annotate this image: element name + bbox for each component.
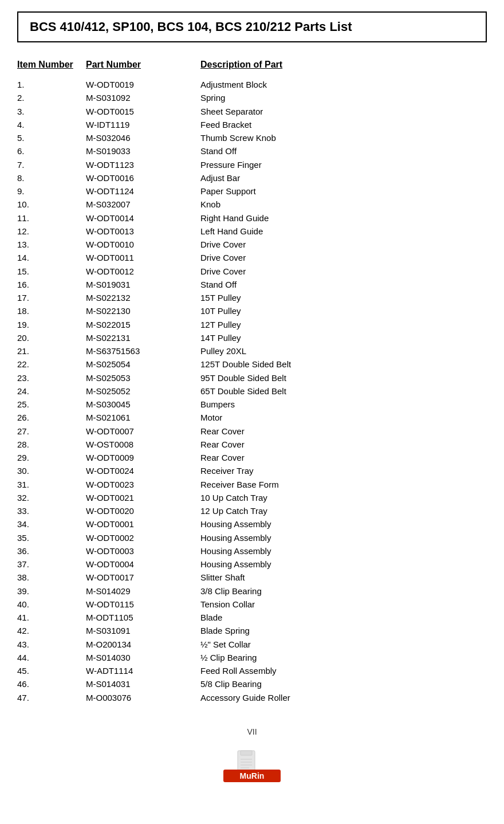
part-description: 10T Pulley xyxy=(200,304,487,317)
item-number: 23. xyxy=(17,371,86,384)
part-number: W-ODT0019 xyxy=(86,78,200,91)
part-number: M-S031091 xyxy=(86,624,200,637)
part-number: M-S019033 xyxy=(86,144,200,158)
part-description: Rear Cover xyxy=(200,425,487,438)
part-description: Rear Cover xyxy=(200,438,487,451)
item-number: 20. xyxy=(17,331,86,344)
table-row: 32.W-ODT002110 Up Catch Tray xyxy=(17,491,487,504)
item-number: 36. xyxy=(17,544,86,558)
part-number: M-O200134 xyxy=(86,638,200,651)
table-row: 44.M-S014030½ Clip Bearing xyxy=(17,651,487,664)
item-number: 25. xyxy=(17,398,86,411)
item-number: 2. xyxy=(17,91,86,104)
table-row: 30.W-ODT0024Receiver Tray xyxy=(17,464,487,477)
item-number: 19. xyxy=(17,318,86,331)
part-description: 3/8 Clip Bearing xyxy=(200,584,487,598)
item-number: 31. xyxy=(17,478,86,491)
table-row: 13.W-ODT0010Drive Cover xyxy=(17,238,487,251)
part-number: M-ODT1105 xyxy=(86,611,200,624)
part-description: 12T Pulley xyxy=(200,318,487,331)
part-number: M-S025052 xyxy=(86,384,200,398)
table-row: 4.W-IDT1119Feed Bracket xyxy=(17,118,487,131)
part-description: Housing Assembly xyxy=(200,558,487,571)
item-number: 30. xyxy=(17,464,86,477)
column-headers: Item Number Part Number Description of P… xyxy=(17,60,487,72)
item-number: 14. xyxy=(17,251,86,264)
part-description: Motor xyxy=(200,411,487,424)
table-row: 23.M-S02505395T Double Sided Belt xyxy=(17,371,487,384)
table-row: 40.W-ODT0115Tension Collar xyxy=(17,598,487,611)
part-number: W-ODT0021 xyxy=(86,491,200,504)
table-row: 43.M-O200134½" Set Collar xyxy=(17,638,487,651)
item-number: 11. xyxy=(17,211,86,225)
item-number: 38. xyxy=(17,571,86,584)
part-description: Blade xyxy=(200,611,487,624)
part-description: Adjust Bar xyxy=(200,171,487,185)
table-row: 37.W-ODT0004Housing Assembly xyxy=(17,558,487,571)
item-number: 42. xyxy=(17,624,86,637)
table-row: 6.M-S019033Stand Off xyxy=(17,144,487,158)
table-row: 21.M-S63751563Pulley 20XL xyxy=(17,344,487,358)
item-number: 37. xyxy=(17,558,86,571)
part-number: W-ODT0014 xyxy=(86,211,200,225)
part-number: W-ODT0115 xyxy=(86,598,200,611)
item-number: 21. xyxy=(17,344,86,358)
table-row: 29.W-ODT0009Rear Cover xyxy=(17,451,487,464)
table-row: 27.W-ODT0007Rear Cover xyxy=(17,425,487,438)
part-number: W-ODT0007 xyxy=(86,425,200,438)
item-number: 32. xyxy=(17,491,86,504)
table-row: 1.W-ODT0019Adjustment Block xyxy=(17,78,487,91)
item-number: 40. xyxy=(17,598,86,611)
table-row: 45.W-ADT1114Feed Roll Assembly xyxy=(17,664,487,677)
item-number: 47. xyxy=(17,691,86,704)
item-number: 41. xyxy=(17,611,86,624)
part-description: Housing Assembly xyxy=(200,517,487,531)
part-number: M-S032007 xyxy=(86,198,200,211)
page-number: VII xyxy=(17,727,487,736)
part-number: M-S63751563 xyxy=(86,344,200,358)
table-row: 28.W-OST0008Rear Cover xyxy=(17,438,487,451)
part-number: W-ODT1124 xyxy=(86,185,200,198)
part-description: Thumb Screw Knob xyxy=(200,131,487,144)
part-number: W-ODT0024 xyxy=(86,464,200,477)
part-number: W-ADT1114 xyxy=(86,664,200,677)
item-number: 45. xyxy=(17,664,86,677)
table-row: 34.W-ODT0001Housing Assembly xyxy=(17,517,487,531)
part-number: W-ODT0013 xyxy=(86,225,200,238)
page-title: BCS 410/412, SP100, BCS 104, BCS 210/212… xyxy=(30,19,352,34)
part-description: Pulley 20XL xyxy=(200,344,487,358)
table-row: 14.W-ODT0011Drive Cover xyxy=(17,251,487,264)
table-row: 39.M-S0140293/8 Clip Bearing xyxy=(17,584,487,598)
company-logo: MuRin xyxy=(220,748,284,785)
item-number: 44. xyxy=(17,651,86,664)
part-description: Receiver Tray xyxy=(200,464,487,477)
item-number: 8. xyxy=(17,171,86,185)
part-number: M-S021061 xyxy=(86,411,200,424)
part-description: Drive Cover xyxy=(200,265,487,278)
part-number: M-S022130 xyxy=(86,304,200,317)
part-number: M-S025053 xyxy=(86,371,200,384)
part-description: ½ Clip Bearing xyxy=(200,651,487,664)
part-description: Blade Spring xyxy=(200,624,487,637)
part-number: M-S025054 xyxy=(86,358,200,371)
part-description: Paper Support xyxy=(200,185,487,198)
table-row: 8.W-ODT0016Adjust Bar xyxy=(17,171,487,185)
part-description: 65T Double Sided Belt xyxy=(200,384,487,398)
part-description: Drive Cover xyxy=(200,251,487,264)
part-description: Accessory Guide Roller xyxy=(200,691,487,704)
part-number: W-ODT0009 xyxy=(86,451,200,464)
item-number: 28. xyxy=(17,438,86,451)
item-number: 43. xyxy=(17,638,86,651)
item-number: 17. xyxy=(17,291,86,304)
item-number: 16. xyxy=(17,278,86,291)
table-row: 25.M-S030045Bumpers xyxy=(17,398,487,411)
item-number: 26. xyxy=(17,411,86,424)
part-number: W-ODT0004 xyxy=(86,558,200,571)
item-number: 29. xyxy=(17,451,86,464)
part-description: Stand Off xyxy=(200,278,487,291)
part-description: Housing Assembly xyxy=(200,544,487,558)
part-number: W-ODT0003 xyxy=(86,544,200,558)
part-description: 12 Up Catch Tray xyxy=(200,504,487,517)
item-number: 39. xyxy=(17,584,86,598)
part-number: W-OST0008 xyxy=(86,438,200,451)
